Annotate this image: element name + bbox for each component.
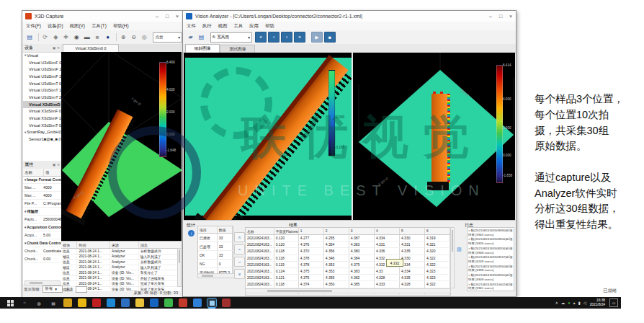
tree-item-7[interactable]: Virtual X3dSimD 0 <box>23 101 61 108</box>
property-row-1[interactable]: Max ...4000 <box>23 184 61 192</box>
panel-pin-icon[interactable]: ▣ <box>53 163 55 167</box>
panel-close-icon[interactable]: ✕ <box>57 163 60 167</box>
expander-icon[interactable]: ▾ <box>24 242 26 245</box>
capture-3d-view[interactable]: Y (px-y) X (px-x) 6.4694.0002.0000.000-1… <box>61 52 182 241</box>
tree-item-6[interactable]: Virtual U3dSimT 2 <box>23 94 61 101</box>
tree-item-9[interactable]: Virtual X3dSimF 1 <box>23 115 61 122</box>
panel-pin-icon[interactable]: ▣ <box>53 46 55 50</box>
properties-hscrollbar[interactable] <box>24 280 61 286</box>
menu-item-3[interactable]: 工具 <box>233 23 243 30</box>
menu-item-4[interactable]: 帮助(H) <box>113 23 129 30</box>
next-frame-button[interactable]: › <box>281 32 292 43</box>
property-row-11[interactable]: Chunk...0.00 <box>23 263 61 264</box>
log-row-1[interactable]: 错误2021-08-24 1...Analyzer输入队列满了 <box>61 255 182 260</box>
first-result-button[interactable]: « <box>234 232 245 242</box>
analyzer-log-line-5[interactable]: > 帧(20210824163508250)处理结束 {5909 usecs} <box>468 273 513 281</box>
app-mail[interactable] <box>121 298 130 307</box>
menu-item-5[interactable]: 帮助 <box>265 23 274 30</box>
expander-icon[interactable]: ▾ <box>24 178 26 182</box>
log-row-2[interactable]: 信息2021-08-24 1...Analyzer分析数据成功 <box>61 260 182 265</box>
start-button[interactable] <box>6 298 14 307</box>
analyzer-titlebar[interactable]: Vision Analyzer - [C:/Users/Longan/Deskt… <box>183 11 516 22</box>
property-row-6[interactable]: ▾Acquisition Control <box>23 224 61 231</box>
tray-icon-4[interactable]: ▮ <box>578 301 580 305</box>
analyzer-maximize-button[interactable]: □ <box>496 11 506 22</box>
stats-hscrollbar[interactable] <box>197 273 235 278</box>
analyzer-log-line-3[interactable]: > 帧(20210824163509537)处理结束 {6249 usecs} <box>468 255 513 263</box>
disconnect-icon[interactable]: ✚ <box>61 32 71 42</box>
stats-row-0[interactable]: 已接收33 <box>198 234 233 242</box>
panel-close-icon[interactable]: ✕ <box>57 46 60 50</box>
first-frame-button[interactable]: « <box>255 32 267 43</box>
capture-titlebar[interactable]: X3D Capture – □ × <box>22 11 182 22</box>
tray-icon-3[interactable]: ▴ <box>573 301 576 305</box>
expander-icon[interactable]: ▾ <box>24 210 26 213</box>
property-row-8[interactable]: ▾Chunk Data Control <box>23 239 61 247</box>
tree-item-4[interactable]: Virtual U3dSimT 0 <box>23 80 61 87</box>
property-row-5[interactable]: Paylo...256000048 <box>23 216 61 224</box>
filter-input[interactable] <box>76 286 87 293</box>
video-icon[interactable]: ▬ <box>82 32 91 42</box>
stats-row-2[interactable]: OK33 <box>198 251 233 260</box>
zoom-in-icon[interactable]: ⊕ <box>119 32 128 42</box>
menu-item-2[interactable]: 视图 <box>218 23 228 30</box>
save-icon[interactable]: ▤ <box>25 32 35 42</box>
view-mode-select[interactable]: 点云▾ <box>153 32 182 43</box>
results-row-3[interactable]: 20210824163...0.1184.3784.3464.3844.3324… <box>246 255 450 262</box>
analyzer-log-line-1[interactable]: > 帧(20210824163509506)处理结束 {5926 usecs} <box>468 237 513 245</box>
clear-log-icon[interactable]: ▨ <box>457 247 462 252</box>
stop-icon[interactable]: ■ <box>93 32 102 42</box>
results-vscrollbar[interactable] <box>450 227 455 288</box>
camera-icon[interactable]: ◉ <box>72 32 81 42</box>
refresh-icon[interactable]: ⟳ <box>40 32 50 42</box>
analyzer-log-list[interactable]: > 帧(20210824163509090)处理结束 {5943 usecs}>… <box>467 227 514 291</box>
property-row-3[interactable]: File P...C:\Program Fil... <box>23 200 61 208</box>
play-button[interactable]: ▶ <box>311 32 323 43</box>
app-sogou[interactable] <box>78 298 86 307</box>
app-explorer[interactable] <box>135 298 144 307</box>
analyzer-log-line-2[interactable]: > 帧(20210824163508206)处理结束 {5948 usecs} <box>468 247 513 255</box>
log-row-5[interactable]: 信息2021-08-24 1...设备 (ID: Vin...开始了连续采集 <box>61 276 182 282</box>
property-row-0[interactable]: ▾Image Format Control <box>23 176 61 184</box>
analyzer-center-view[interactable]: -2.000-3.280 <box>185 53 352 220</box>
prev-result-button[interactable]: ‹ <box>234 244 245 255</box>
expander-icon[interactable]: ▾ <box>24 130 26 134</box>
tray-icon-1[interactable]: ☁ <box>561 301 565 305</box>
menu-item-0[interactable]: 文件 <box>187 23 196 30</box>
open-file-icon[interactable]: ▰ <box>186 32 195 42</box>
info-icon[interactable]: i <box>188 230 194 236</box>
log-row-4[interactable]: 信息2021-08-24 1...设备 (ID: Vin...采集停止了 <box>61 270 182 276</box>
results-hscrollbar[interactable] <box>245 288 451 293</box>
next-result-button[interactable]: ‹ <box>234 257 245 267</box>
app-gold[interactable] <box>63 298 72 307</box>
app-globe[interactable] <box>193 298 202 307</box>
capture-view-tab[interactable]: Virtual X3dSim0 0 <box>63 44 119 52</box>
zoom-out-icon[interactable]: ⊖ <box>129 32 138 42</box>
tray-icon-2[interactable]: ● <box>568 301 570 305</box>
property-row-7[interactable]: Acqui...5.00 <box>23 231 61 239</box>
expander-icon[interactable]: ▾ <box>24 53 26 57</box>
results-row-6[interactable]: 20210824163...0.1214.3754.3554.3824.3284… <box>246 275 450 281</box>
level-select[interactable]: 所有▾ <box>43 286 63 293</box>
tree-item-2[interactable]: Virtual U3dSimF 1 <box>23 66 61 73</box>
menu-item-1[interactable]: 设备(D) <box>48 23 63 30</box>
menu-item-1[interactable]: 执行 <box>202 23 212 30</box>
analyzer-log-line-0[interactable]: > 帧(20210824163509090)处理结束 {5943 usecs} <box>468 229 513 236</box>
image-mode-select[interactable]: 6: 宽高图 ▾ <box>210 32 252 43</box>
tab-oblique-image[interactable]: 倾斜图像 <box>185 44 220 53</box>
results-row-5[interactable]: 20210824163...0.1244.3754.3534.3834.334.… <box>246 268 450 275</box>
prev-frame-button[interactable]: ‹ <box>268 32 279 43</box>
analyzer-log-line-6[interactable]: > 帧(20210824163510002)处理结束 {5961 usecs} <box>468 283 513 291</box>
analyzer-close-button[interactable]: × <box>506 11 516 22</box>
app-red[interactable] <box>179 298 187 307</box>
analyzer-log-line-4[interactable]: > 帧(20210824163504550)处理结束 {6398 usecs} <box>468 265 513 273</box>
app-edge[interactable] <box>107 298 115 307</box>
tree-item-3[interactable]: Virtual U3dSimF 2 <box>23 73 61 80</box>
results-row-4[interactable]: 20210824163...0.1194.3784.3534.3794.3324… <box>246 262 450 268</box>
tree-item-12[interactable]: Sensor1■@■_■ (Virtu... <box>23 136 61 143</box>
menu-item-2[interactable]: 视图(V) <box>70 23 85 30</box>
last-frame-button[interactable]: » <box>294 32 305 43</box>
tree-item-8[interactable]: Virtual X3dSimF 0 <box>23 108 61 115</box>
property-row-10[interactable]: Chunk...0.00 <box>23 255 61 263</box>
tray-icon-5[interactable]: ◁ <box>583 301 586 305</box>
